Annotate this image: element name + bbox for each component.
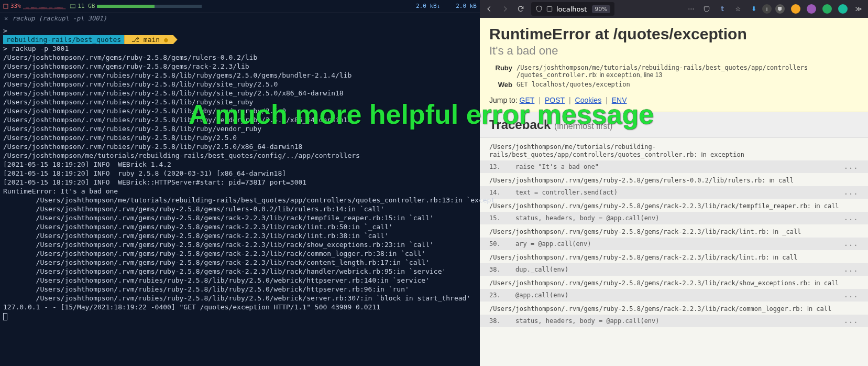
frame-code: status, headers, body = @app.call(env) xyxy=(515,317,660,325)
cpu-meter: 33% ▁▂▁▃▂▁▂▃▂▁▂▁▂▃▂▁ xyxy=(3,3,65,9)
memory-icon xyxy=(70,4,75,9)
frame-codeline[interactable]: 50.ary = @app.call(env)... xyxy=(480,238,868,250)
terminal-line: /Users/joshthompson/.rvm/gems/ruby-2.5.8… xyxy=(3,223,393,231)
branch-dirty-dot: ● xyxy=(164,36,168,44)
frame-location: /Users/joshthompson/.rvm/gems/ruby-2.5.8… xyxy=(480,224,868,238)
frame-location: /Users/joshthompson/me/tutorials/rebuild… xyxy=(480,140,868,160)
ublock-icon[interactable]: ⛊ xyxy=(773,2,787,16)
tab-name[interactable]: rackup (rackup\ -p\ 3001) xyxy=(12,15,107,22)
terminal-line: /Users/joshthompson/.rvm/rubies/ruby-2.5… xyxy=(3,285,409,293)
traceback-frame[interactable]: /Users/joshthompson/.rvm/gems/ruby-2.5.8… xyxy=(480,250,868,276)
frame-codeline[interactable]: 13.raise "It's a bad one"... xyxy=(480,160,868,173)
terminal-line: /Users/joshthompson/.rvm/gems/ruby-2.5.8… xyxy=(3,250,425,257)
net-down: 2.0 kB↓ xyxy=(416,3,440,9)
cursor xyxy=(3,313,7,320)
terminal-body[interactable]: > rebuilding-rails/best_quotes ⎇ main ● … xyxy=(0,24,480,324)
overflow-icon[interactable]: ≫ xyxy=(851,2,866,16)
cpu-sparkline: ▁▂▁▃▂▁▂▃▂▁▂▁▂▃▂▁ xyxy=(23,3,65,9)
info-icon[interactable]: i xyxy=(762,4,772,14)
tumblr-icon[interactable]: t xyxy=(715,2,730,16)
net-up: 2.0 kB xyxy=(456,3,477,9)
traceback-frame[interactable]: /Users/joshthompson/.rvm/gems/ruby-2.5.8… xyxy=(480,224,868,250)
terminal-line: RuntimeError: It's a bad one xyxy=(3,187,118,195)
frame-lineno: 15. xyxy=(489,214,515,222)
more-icon[interactable]: ⋯ xyxy=(684,2,698,16)
terminal-line: /Users/joshthompson/.rvm/rubies/ruby-2.5… xyxy=(3,80,278,88)
bookmark-star-icon[interactable]: ☆ xyxy=(731,2,745,16)
terminal-line: /Users/joshthompson/.rvm/gems/ruby-2.5.8… xyxy=(3,214,434,222)
error-meta-web: Web GET localhost/quotes/exception xyxy=(489,81,859,89)
traceback-frame[interactable]: /Users/joshthompson/me/tutorials/rebuild… xyxy=(480,140,868,173)
frame-code: @app.call(env) xyxy=(515,292,568,299)
jump-env-link[interactable]: ENV xyxy=(612,96,627,104)
jump-get-link[interactable]: GET xyxy=(520,96,535,104)
frame-code: status, headers, body = @app.call(env) xyxy=(515,214,660,222)
frame-lineno: 14. xyxy=(489,189,515,196)
terminal-line: /Users/joshthompson/.rvm/rubies/ruby-2.5… xyxy=(3,98,253,106)
frame-expand-icon[interactable]: ... xyxy=(844,292,859,299)
frame-expand-icon[interactable]: ... xyxy=(844,163,859,170)
download-icon[interactable]: ⬇ xyxy=(746,2,761,16)
terminal-line: /Users/joshthompson/.rvm/rubies/ruby-2.5… xyxy=(3,143,302,150)
reload-button[interactable] xyxy=(513,2,528,16)
forward-button[interactable] xyxy=(498,2,512,16)
traceback-frame[interactable]: /Users/joshthompson/.rvm/gems/ruby-2.5.8… xyxy=(480,199,868,224)
zoom-level[interactable]: 90% xyxy=(592,5,610,13)
frame-codeline[interactable]: 15.status, headers, body = @app.call(env… xyxy=(480,212,868,224)
frame-expand-icon[interactable]: ... xyxy=(844,266,859,273)
address-bar[interactable]: localhost 90% xyxy=(531,2,614,16)
traceback-heading: Traceback (innermost first) xyxy=(489,117,612,132)
terminal-line: /Users/joshthompson/.rvm/gems/ruby-2.5.8… xyxy=(3,259,430,266)
frame-expand-icon[interactable]: ... xyxy=(844,240,859,247)
frame-expand-icon[interactable]: ... xyxy=(844,317,859,325)
ruby-in-word: : in xyxy=(596,71,606,79)
terminal-line: [2021-05-15 18:19:20] INFO WEBrick::HTTP… xyxy=(3,178,306,186)
frame-location: /Users/joshthompson/.rvm/gems/ruby-2.5.8… xyxy=(480,199,868,212)
pocket-icon[interactable] xyxy=(699,2,714,16)
ruby-method: exception xyxy=(606,71,640,79)
extension-teal-icon[interactable] xyxy=(836,2,850,16)
frame-codeline[interactable]: 38.dup._call(env)... xyxy=(480,263,868,276)
shield-icon xyxy=(535,5,543,13)
frame-code: raise "It's a bad one" xyxy=(515,163,599,170)
jump-cookies-link[interactable]: Cookies xyxy=(575,96,602,104)
memory-bar xyxy=(97,5,202,8)
terminal-line: /Users/joshthompson/.rvm/gems/ruby-2.5.8… xyxy=(3,62,249,70)
frame-location: /Users/joshthompson/.rvm/gems/ruby-2.5.8… xyxy=(480,302,868,315)
frame-location: /Users/joshthompson/.rvm/gems/ruby-2.5.8… xyxy=(480,173,868,186)
memory-meter: 11 GB xyxy=(70,3,202,9)
branch-name: main xyxy=(144,36,160,44)
extension-orange-icon[interactable] xyxy=(788,2,803,16)
error-meta: Ruby /Users/joshthompson/me/tutorials/re… xyxy=(489,64,859,89)
terminal-line: /Users/joshthompson/.rvm/rubies/ruby-2.5… xyxy=(3,134,237,142)
extension-purple-icon[interactable] xyxy=(804,2,819,16)
page-info-icon xyxy=(546,5,553,13)
frame-codeline[interactable]: 38.status, headers, body = @app.call(env… xyxy=(480,315,868,327)
terminal-statusbar: 33% ▁▂▁▃▂▁▂▃▂▁▂▁▂▃▂▁ 11 GB 2.0 kB↓ 2.0 k… xyxy=(0,0,480,13)
traceback-heading-text: Traceback xyxy=(489,117,551,132)
frame-lineno: 38. xyxy=(489,317,515,325)
traceback-frame[interactable]: /Users/joshthompson/.rvm/gems/ruby-2.5.8… xyxy=(480,173,868,199)
terminal-line: /Users/joshthompson/.rvm/rubies/ruby-2.5… xyxy=(3,71,351,79)
browser-content[interactable]: RuntimeError at /quotes/exception It's a… xyxy=(480,18,868,366)
ruby-path-2: /quotes_controller.rb xyxy=(517,71,596,79)
terminal-line: /Users/joshthompson/.rvm/rubies/ruby-2.5… xyxy=(3,125,261,133)
traceback-frame[interactable]: /Users/joshthompson/.rvm/gems/ruby-2.5.8… xyxy=(480,276,868,302)
frame-codeline[interactable]: 14.text = controller.send(act)... xyxy=(480,186,868,199)
frame-codeline[interactable]: 23.@app.call(env)... xyxy=(480,289,868,302)
ruby-value: /Users/joshthompson/me/tutorials/rebuild… xyxy=(517,64,808,79)
frame-lineno: 23. xyxy=(489,292,515,299)
tab-close-icon[interactable]: ✕ xyxy=(4,15,8,22)
traceback-frame[interactable]: /Users/joshthompson/.rvm/gems/ruby-2.5.8… xyxy=(480,302,868,327)
jump-post-link[interactable]: POST xyxy=(545,96,565,104)
branch-icon: ⎇ xyxy=(131,36,139,44)
frame-expand-icon[interactable]: ... xyxy=(844,214,859,222)
back-button[interactable] xyxy=(482,2,497,16)
error-meta-ruby: Ruby /Users/joshthompson/me/tutorials/re… xyxy=(489,64,859,79)
frame-expand-icon[interactable]: ... xyxy=(844,189,859,196)
frame-code: text = controller.send(act) xyxy=(515,189,618,196)
terminal-line: 127.0.0.1 - - [15/May/2021:18:19:22 -040… xyxy=(3,303,380,311)
svg-rect-2 xyxy=(547,6,552,11)
traceback-inner-text: (innermost first) xyxy=(554,122,612,131)
extension-green-icon[interactable] xyxy=(820,2,834,16)
